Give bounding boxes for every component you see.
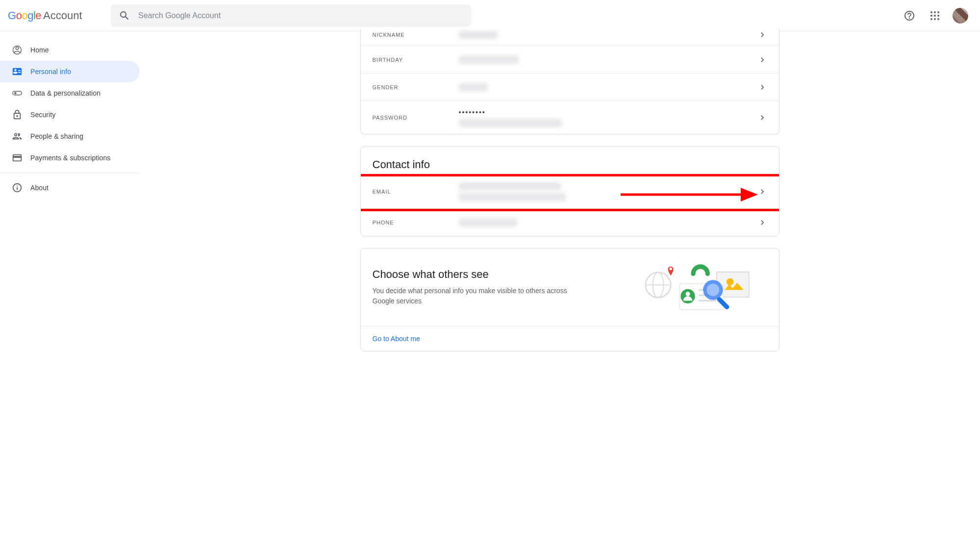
- row-label: PHONE: [373, 220, 459, 225]
- sidebar-item-people-sharing[interactable]: People & sharing: [0, 125, 140, 147]
- row-phone[interactable]: PHONE ████████████: [361, 208, 779, 236]
- apps-grid-icon: [930, 11, 939, 20]
- account-label: Account: [43, 9, 82, 22]
- sidebar-item-label: About: [30, 184, 49, 192]
- header-right: [900, 6, 972, 25]
- toggle-icon: [12, 88, 23, 99]
- header: Google Account: [0, 0, 980, 31]
- row-value: ██████: [459, 83, 488, 91]
- sidebar-item-label: Data & personalization: [30, 89, 101, 97]
- search-bar[interactable]: [111, 4, 471, 27]
- svg-point-3: [14, 92, 17, 95]
- sidebar-item-label: Security: [30, 111, 55, 119]
- row-label: NICKNAME: [373, 32, 459, 38]
- choose-illustration: [630, 260, 767, 314]
- home-icon: [12, 45, 23, 55]
- sidebar-item-data-personalization[interactable]: Data & personalization: [0, 82, 140, 104]
- sidebar-item-home[interactable]: Home: [0, 39, 140, 61]
- svg-point-11: [726, 278, 733, 286]
- google-logo-text: Google: [8, 9, 41, 22]
- search-icon: [119, 10, 130, 22]
- svg-point-19: [706, 284, 719, 297]
- row-email[interactable]: EMAIL █████████████████████ ████████████…: [361, 175, 779, 208]
- sidebar-item-label: Home: [30, 46, 49, 54]
- svg-point-0: [16, 47, 19, 50]
- info-icon: [12, 182, 23, 193]
- basic-info-card: NICKNAME ████████ BIRTHDAY ████████ ████…: [360, 29, 779, 134]
- row-birthday[interactable]: BIRTHDAY ████████ ████: [361, 46, 779, 73]
- row-nickname[interactable]: NICKNAME ████████: [361, 29, 779, 46]
- choose-title: Choose what others see: [373, 268, 618, 281]
- sidebar-item-payments[interactable]: Payments & subscriptions: [0, 147, 140, 169]
- help-icon: [904, 10, 915, 22]
- chevron-right-icon: [757, 82, 767, 92]
- sidebar-item-label: Personal info: [30, 68, 71, 75]
- row-label: PASSWORD: [373, 115, 459, 121]
- row-label: GENDER: [373, 84, 459, 90]
- choose-description: You decide what personal info you make v…: [373, 286, 578, 306]
- google-apps-button[interactable]: [925, 6, 945, 25]
- chevron-right-icon: [757, 113, 767, 123]
- card-icon: [12, 152, 23, 163]
- sidebar-item-about[interactable]: About: [0, 177, 140, 199]
- svg-point-9: [669, 268, 672, 271]
- main-content: NICKNAME ████████ BIRTHDAY ████████ ████…: [140, 31, 980, 548]
- chevron-right-icon: [757, 55, 767, 65]
- row-value: ████████ ████: [459, 56, 519, 64]
- row-value: █████████████████████: [459, 182, 561, 190]
- row-value: ••••••••: [459, 108, 767, 116]
- sidebar-item-label: People & sharing: [30, 132, 83, 140]
- sidebar-item-security[interactable]: Security: [0, 104, 140, 125]
- contact-info-card: Contact info EMAIL █████████████████████…: [360, 146, 779, 236]
- row-label: BIRTHDAY: [373, 57, 459, 63]
- row-gender[interactable]: GENDER ██████: [361, 73, 779, 100]
- row-label: EMAIL: [373, 189, 459, 195]
- chevron-right-icon: [757, 187, 767, 197]
- chevron-right-icon: [757, 218, 767, 227]
- people-icon: [12, 131, 23, 142]
- row-value-secondary: ████ ████████ ████ ████: [459, 119, 562, 127]
- about-me-link-row: Go to About me: [361, 326, 779, 351]
- badge-icon: [12, 66, 23, 77]
- sidebar: Home Personal info Data & personalizatio…: [0, 31, 140, 548]
- row-value-secondary: ██████████████████████: [459, 193, 566, 201]
- chevron-right-icon: [757, 30, 767, 40]
- svg-point-17: [685, 292, 690, 296]
- lock-icon: [12, 109, 23, 120]
- go-to-about-me-link[interactable]: Go to About me: [373, 335, 420, 343]
- sidebar-item-label: Payments & subscriptions: [30, 154, 110, 162]
- sidebar-divider: [0, 173, 140, 173]
- svg-rect-2: [13, 91, 22, 95]
- choose-others-see-card: Choose what others see You decide what p…: [360, 248, 779, 351]
- account-avatar-button[interactable]: [951, 6, 970, 25]
- row-value: ████████: [459, 31, 498, 39]
- sidebar-item-personal-info[interactable]: Personal info: [0, 61, 140, 82]
- section-title: Contact info: [361, 147, 779, 175]
- help-button[interactable]: [900, 6, 919, 25]
- row-password[interactable]: PASSWORD •••••••• ████ ████████ ████ ███…: [361, 100, 779, 134]
- search-input[interactable]: [130, 11, 463, 20]
- row-value: ████████████: [459, 219, 517, 226]
- avatar-icon: [953, 8, 968, 24]
- logo[interactable]: Google Account: [8, 9, 111, 22]
